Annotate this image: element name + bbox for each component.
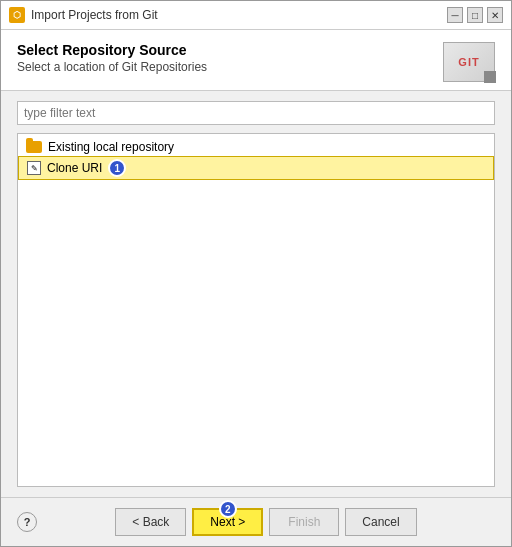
body-section: Existing local repository ✎ Clone URI 1: [1, 91, 511, 497]
list-item[interactable]: Existing local repository: [18, 138, 494, 156]
git-logo: GIT: [443, 42, 495, 82]
list-item-clone-label: Clone URI: [47, 161, 102, 175]
repository-source-list: Existing local repository ✎ Clone URI 1: [17, 133, 495, 487]
cancel-button[interactable]: Cancel: [345, 508, 416, 536]
title-bar-controls: ─ □ ✕: [447, 7, 503, 23]
git-logo-text: GIT: [458, 56, 479, 68]
list-item-label: Existing local repository: [48, 140, 174, 154]
title-bar-title: Import Projects from Git: [31, 8, 441, 22]
help-label: ?: [24, 516, 31, 528]
close-button[interactable]: ✕: [487, 7, 503, 23]
dialog-content: Select Repository Source Select a locati…: [1, 30, 511, 497]
next-button-wrapper: 2 Next >: [192, 508, 263, 536]
minimize-button[interactable]: ─: [447, 7, 463, 23]
filter-input[interactable]: [17, 101, 495, 125]
header-subtitle: Select a location of Git Repositories: [17, 60, 443, 74]
footer-buttons: < Back 2 Next > Finish Cancel: [37, 508, 495, 536]
header-text: Select Repository Source Select a locati…: [17, 42, 443, 74]
help-button[interactable]: ?: [17, 512, 37, 532]
folder-icon: [26, 141, 42, 153]
finish-button: Finish: [269, 508, 339, 536]
header-section: Select Repository Source Select a locati…: [1, 30, 511, 91]
next-badge: 2: [219, 500, 237, 518]
import-dialog: ⬡ Import Projects from Git ─ □ ✕ Select …: [0, 0, 512, 547]
clone-badge: 1: [108, 159, 126, 177]
header-title: Select Repository Source: [17, 42, 443, 58]
back-button[interactable]: < Back: [115, 508, 186, 536]
clone-icon: ✎: [27, 161, 41, 175]
list-item-clone[interactable]: ✎ Clone URI 1: [18, 156, 494, 180]
maximize-button[interactable]: □: [467, 7, 483, 23]
title-bar: ⬡ Import Projects from Git ─ □ ✕: [1, 1, 511, 30]
footer: ? < Back 2 Next > Finish Cancel: [1, 497, 511, 546]
title-bar-icon: ⬡: [9, 7, 25, 23]
